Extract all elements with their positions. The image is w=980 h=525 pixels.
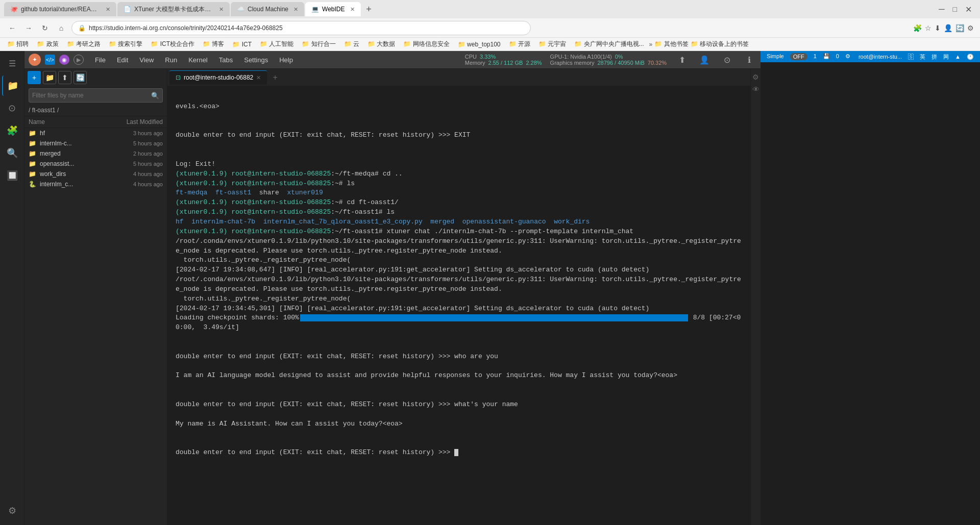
bookmark-metaverse[interactable]: 📁 元宇宙 bbox=[535, 39, 569, 49]
bookmark-blog[interactable]: 📁 博客 bbox=[200, 39, 227, 49]
terminal-tab-close[interactable]: ✕ bbox=[256, 74, 261, 81]
browser-tab-2[interactable]: 📄 XTuner 大模型单卡低成本微调 ✕ bbox=[117, 2, 230, 16]
refresh-button[interactable]: 🔄 bbox=[74, 71, 87, 84]
tab-3-close[interactable]: ✕ bbox=[293, 6, 298, 13]
settings-status-icon[interactable]: ⚙ bbox=[845, 53, 850, 60]
upload-file-button[interactable]: ⬆ bbox=[58, 71, 71, 84]
url-bar[interactable]: 🔒 https://studio.intern-ai.org.cn/consol… bbox=[71, 21, 531, 35]
menu-view[interactable]: View bbox=[134, 54, 159, 66]
bookmark-ict2[interactable]: 📁 ICT bbox=[229, 40, 255, 49]
file-name: internlm_c... bbox=[40, 181, 102, 188]
minimize-button[interactable]: ─ bbox=[939, 5, 944, 14]
menu-kernel[interactable]: Kernel bbox=[183, 54, 213, 66]
file-search-input[interactable] bbox=[32, 92, 151, 99]
profile-icon[interactable]: 👤 bbox=[944, 24, 952, 32]
menu-run[interactable]: Run bbox=[160, 54, 182, 66]
file-item-hf[interactable]: 📁 hf 3 hours ago bbox=[24, 128, 167, 138]
sidebar-icon-puzzle[interactable]: 🔲 bbox=[2, 165, 22, 186]
reload-button[interactable]: ↻ bbox=[39, 22, 51, 34]
back-button[interactable]: ← bbox=[6, 22, 18, 34]
file-item-merged[interactable]: 📁 merged 2 hours ago bbox=[24, 148, 167, 159]
tab-1-close[interactable]: ✕ bbox=[106, 6, 110, 13]
add-tab-button[interactable]: + bbox=[268, 70, 282, 85]
bookmark-network[interactable]: 📁 网络信息安全 bbox=[400, 39, 452, 49]
gpu-metric: GPU-1: Nvidia A100(1/4) 0% Graphics memo… bbox=[550, 54, 667, 66]
home-button[interactable]: ⌂ bbox=[55, 22, 67, 34]
sidebar-icon-circle[interactable]: ⊙ bbox=[2, 98, 22, 118]
editor-area: ⊡ root@intern-studio-06882 ✕ + evels.<eo… bbox=[167, 69, 750, 525]
tab-2-close[interactable]: ✕ bbox=[219, 6, 224, 13]
sidebar-icon-extensions[interactable]: 🧩 bbox=[2, 120, 22, 141]
settings-icon[interactable]: ⚙ bbox=[967, 24, 974, 32]
topbar-icon-4[interactable]: ℹ bbox=[742, 53, 756, 67]
sidebar-icon-settings2[interactable]: ⚙ bbox=[2, 501, 22, 521]
topbar-icon-3[interactable]: ⊙ bbox=[720, 53, 734, 67]
browser-tab-1[interactable]: 🐙 github tutorial/xtuner/README.md ✕ bbox=[4, 2, 116, 16]
menu-help[interactable]: Help bbox=[274, 54, 298, 66]
folder-icon: 📁 bbox=[29, 140, 38, 147]
bookmarks-other[interactable]: 📁 其他书签 bbox=[654, 40, 688, 48]
bookmark-open[interactable]: 📁 开源 bbox=[506, 39, 533, 49]
right-panel-icon-1[interactable]: ⚙ bbox=[752, 73, 759, 81]
gpu-value: 0% bbox=[615, 54, 623, 60]
right-panel-icon-2[interactable]: 👁 bbox=[752, 85, 760, 93]
terminal[interactable]: evels.<eoa> double enter to end input (E… bbox=[167, 86, 750, 525]
file-name: internlm-c... bbox=[40, 140, 102, 147]
download-icon[interactable]: ⬇ bbox=[935, 24, 941, 32]
file-item-internlm-py[interactable]: 🐍 internlm_c... 4 hours ago bbox=[24, 179, 167, 189]
terminal-tab[interactable]: ⊡ root@intern-studio-06882 ✕ bbox=[169, 70, 267, 85]
sync-icon[interactable]: 🔄 bbox=[955, 24, 964, 32]
file-modified: 5 hours ago bbox=[102, 140, 163, 146]
menu-tabs[interactable]: Tabs bbox=[214, 54, 238, 66]
menu-settings[interactable]: Settings bbox=[239, 54, 273, 66]
upload-button[interactable]: 📁 bbox=[43, 71, 56, 84]
bookmark-ai[interactable]: 📁 人工智能 bbox=[257, 39, 297, 49]
file-item-internlm[interactable]: 📁 internlm-c... 5 hours ago bbox=[24, 138, 167, 148]
bookmark-zhaopin[interactable]: 📁 招聘 bbox=[4, 39, 32, 49]
col-modified-header: Last Modified bbox=[102, 118, 163, 126]
menu-edit[interactable]: Edit bbox=[112, 54, 133, 66]
file-modified: 4 hours ago bbox=[102, 171, 163, 177]
new-tab-button[interactable]: + bbox=[362, 2, 376, 16]
simple-label: Simple bbox=[767, 53, 784, 60]
ide-icon-blue: </> bbox=[45, 55, 55, 65]
file-list-header: Name Last Modified bbox=[24, 116, 167, 128]
bookmark-zhengce[interactable]: 📁 政策 bbox=[34, 39, 61, 49]
sidebar-icon-menu[interactable]: ☰ bbox=[2, 53, 22, 73]
bookmark-cctv[interactable]: 📁 央广网中央广播电视... bbox=[571, 39, 647, 49]
bookmarks-more[interactable]: » bbox=[649, 41, 653, 48]
tab-2-label: XTuner 大模型单卡低成本微调 bbox=[134, 5, 214, 14]
folder-icon: 📁 bbox=[29, 150, 38, 157]
bookmark-cloud[interactable]: 📁 云 bbox=[341, 39, 362, 49]
bookmark-webtop[interactable]: 📁 web_top100 bbox=[455, 40, 504, 49]
tab-4-close[interactable]: ✕ bbox=[350, 6, 355, 13]
browser-tab-4[interactable]: 💻 WebIDE ✕ bbox=[305, 2, 360, 16]
sidebar-icon-files[interactable]: 📁 bbox=[2, 76, 22, 96]
new-file-button[interactable]: + bbox=[28, 71, 41, 84]
maximize-button[interactable]: □ bbox=[953, 5, 957, 13]
file-item-openassist[interactable]: 📁 openassist... 5 hours ago bbox=[24, 159, 167, 169]
bookmark-bigdata[interactable]: 📁 大数据 bbox=[364, 39, 398, 49]
extensions-icon[interactable]: 🧩 bbox=[913, 24, 922, 32]
line-name-response: My name is AI Assistant. How can I assis… bbox=[176, 420, 403, 428]
bookmark-ict[interactable]: 📁 ICT校企合作 bbox=[148, 39, 198, 49]
forward-button[interactable]: → bbox=[22, 22, 35, 34]
file-item-workdirs[interactable]: 📁 work_dirs 4 hours ago bbox=[24, 169, 167, 179]
line-info1: [2024-02-17 19:34:08,647] [INFO] [real_a… bbox=[176, 266, 649, 273]
status-time: 🕐 bbox=[967, 54, 974, 60]
bookmark-kaoyan[interactable]: 📁 考研之路 bbox=[64, 39, 104, 49]
topbar-icon-1[interactable]: ⬆ bbox=[675, 53, 689, 67]
simple-toggle[interactable]: OFF bbox=[790, 53, 807, 60]
bookmark-zhixing[interactable]: 📁 知行合一 bbox=[299, 39, 338, 49]
browser-tab-3[interactable]: ☁️ Cloud Machine ✕ bbox=[231, 2, 304, 16]
bookmark-search[interactable]: 📁 搜索引擎 bbox=[106, 39, 145, 49]
bookmarks-mobile[interactable]: 📁 移动设备上的书签 bbox=[691, 40, 749, 48]
file-panel: + 📁 ⬆ 🔄 🔍 / ft-oasst1 / Name Las bbox=[24, 69, 167, 525]
close-window-button[interactable]: ✕ bbox=[965, 5, 972, 14]
star-icon[interactable]: ☆ bbox=[925, 24, 932, 32]
sidebar-icon-search[interactable]: 🔍 bbox=[2, 143, 22, 163]
topbar-icon-2[interactable]: 👤 bbox=[697, 53, 712, 67]
line-log-exit: Log: Exit! bbox=[176, 160, 215, 168]
menu-file[interactable]: File bbox=[90, 54, 111, 66]
memory-value: 2.55 / 112 GB bbox=[488, 60, 523, 66]
